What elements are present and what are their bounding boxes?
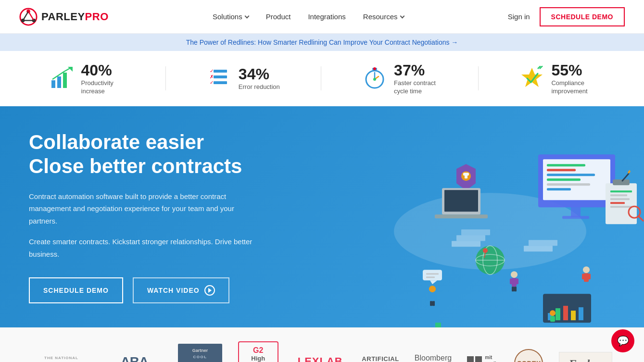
- svg-rect-13: [214, 81, 227, 84]
- schedule-demo-nav-button[interactable]: SCHEDULE DEMO: [540, 7, 625, 26]
- productivity-icon: [50, 66, 75, 91]
- svg-rect-43: [610, 190, 632, 192]
- svg-point-73: [511, 271, 518, 278]
- compliance-icon: [519, 66, 544, 91]
- svg-rect-72: [432, 301, 435, 306]
- svg-rect-44: [610, 194, 627, 196]
- hero-buttons: SCHEDULE DEMO WATCH VIDEO: [29, 277, 260, 303]
- svg-rect-42: [613, 179, 630, 185]
- hero-section: Collaborate easier Close better contract…: [0, 106, 644, 327]
- svg-rect-66: [579, 307, 583, 320]
- stat-desc-4: Compliance improvement: [551, 79, 594, 96]
- svg-line-4: [23, 11, 28, 20]
- logo-national-law-journal: THE NATIONAL LAW JOURNAL: [32, 356, 91, 362]
- nav-links: Solutions Product Integrations Resources: [213, 12, 404, 21]
- svg-text:✓: ✓: [210, 68, 214, 74]
- svg-rect-11: [214, 70, 227, 73]
- svg-rect-9: [63, 73, 67, 88]
- svg-rect-33: [571, 207, 581, 217]
- svg-rect-50: [452, 241, 480, 247]
- nav-integrations[interactable]: Integrations: [308, 12, 345, 21]
- stat-divider-3: [478, 66, 479, 90]
- stat-desc-3: Faster contract cycle time: [394, 79, 437, 96]
- stat-productivity: 40% Productivity increase: [50, 62, 125, 96]
- svg-point-59: [483, 248, 488, 253]
- logo-lexlab: LEXLAB UC Hastings | San Francisco: [294, 355, 346, 362]
- svg-marker-86: [430, 280, 437, 284]
- logo-codex: CODEX: [514, 349, 543, 362]
- play-triangle: [208, 288, 212, 293]
- svg-point-19: [373, 78, 376, 81]
- nav-actions: Sign in SCHEDULE DEMO: [508, 7, 625, 26]
- svg-rect-54: [529, 240, 557, 246]
- svg-rect-64: [563, 306, 568, 320]
- svg-rect-63: [556, 308, 560, 320]
- sign-in-link[interactable]: Sign in: [508, 12, 530, 21]
- svg-rect-30: [547, 178, 581, 181]
- play-icon: [204, 285, 215, 296]
- svg-marker-103: [628, 170, 631, 174]
- stat-percent-4: 55%: [551, 62, 582, 79]
- logo[interactable]: PARLEYPRO: [19, 8, 109, 26]
- nav-product[interactable]: Product: [266, 12, 291, 21]
- svg-rect-39: [444, 190, 478, 212]
- svg-rect-28: [547, 169, 576, 171]
- logo-g2: G2 High Performer FALL2020: [238, 341, 279, 362]
- svg-rect-77: [512, 287, 514, 291]
- stat-percent-1: 40%: [81, 62, 112, 79]
- svg-point-20: [373, 67, 376, 70]
- stat-error: ✓ ✗ ✓ 34% Error reduction: [207, 65, 280, 91]
- logo-aba: ABA AMERICAN BAR ASSOCIATION: [106, 354, 163, 362]
- svg-rect-78: [514, 287, 517, 291]
- cycle-time-icon: [362, 66, 387, 91]
- announcement-banner: The Power of Redlines: How Smarter Redli…: [0, 34, 644, 51]
- stat-divider: [165, 66, 166, 90]
- svg-line-49: [639, 216, 643, 221]
- svg-rect-75: [510, 278, 513, 284]
- svg-rect-82: [588, 274, 591, 279]
- svg-rect-34: [562, 216, 589, 219]
- svg-rect-88: [426, 276, 435, 278]
- stat-cycle: 37% Faster contract cycle time: [362, 62, 437, 96]
- svg-point-79: [583, 266, 590, 273]
- hero-illustration: [307, 106, 644, 327]
- navbar: PARLEYPRO Solutions Product Integrations…: [0, 0, 644, 34]
- logo-mit-media-lab: mitmedialab: [467, 354, 499, 362]
- svg-rect-53: [524, 246, 553, 251]
- svg-text:✗: ✗: [210, 74, 214, 79]
- svg-rect-45: [610, 198, 630, 200]
- logo-gartner: Gartner COOL VENDOR 2020: [178, 344, 222, 362]
- svg-rect-76: [516, 278, 518, 284]
- svg-rect-87: [426, 273, 439, 275]
- svg-rect-32: [547, 188, 571, 190]
- hero-content: Collaborate easier Close better contract…: [29, 130, 260, 303]
- svg-rect-31: [547, 183, 590, 186]
- svg-rect-27: [547, 164, 585, 166]
- svg-rect-81: [582, 274, 585, 279]
- stat-divider-2: [321, 66, 321, 90]
- svg-rect-29: [547, 174, 595, 176]
- svg-rect-7: [51, 80, 55, 88]
- svg-rect-84: [550, 316, 555, 322]
- svg-rect-65: [571, 311, 576, 320]
- svg-rect-37: [463, 173, 469, 175]
- svg-rect-47: [610, 206, 632, 208]
- watch-video-button[interactable]: WATCH VIDEO: [133, 277, 229, 303]
- svg-rect-52: [461, 229, 490, 235]
- chevron-down-icon: [400, 14, 404, 19]
- logos-bar: THE NATIONAL LAW JOURNAL ABA AMERICAN BA…: [0, 327, 644, 362]
- gartner-badge: Gartner COOL VENDOR 2020: [178, 344, 222, 362]
- svg-point-83: [550, 310, 556, 316]
- nav-resources[interactable]: Resources: [363, 12, 404, 21]
- schedule-demo-hero-button[interactable]: SCHEDULE DEMO: [29, 277, 123, 303]
- hero-desc-1: Contract automation software built to pr…: [29, 190, 260, 227]
- logo-text: PARLEYPRO: [41, 11, 109, 23]
- error-reduction-icon: ✓ ✗ ✓: [207, 66, 232, 91]
- svg-rect-8: [57, 76, 61, 88]
- hero-desc-2: Create smarter contracts. Kickstart stro…: [29, 236, 260, 260]
- announcement-link[interactable]: The Power of Redlines: How Smarter Redli…: [186, 38, 458, 46]
- logo-forbes: Forbes: [559, 352, 612, 362]
- chat-button[interactable]: 💬: [611, 329, 634, 352]
- nav-solutions[interactable]: Solutions: [213, 12, 249, 21]
- svg-rect-12: [214, 75, 227, 78]
